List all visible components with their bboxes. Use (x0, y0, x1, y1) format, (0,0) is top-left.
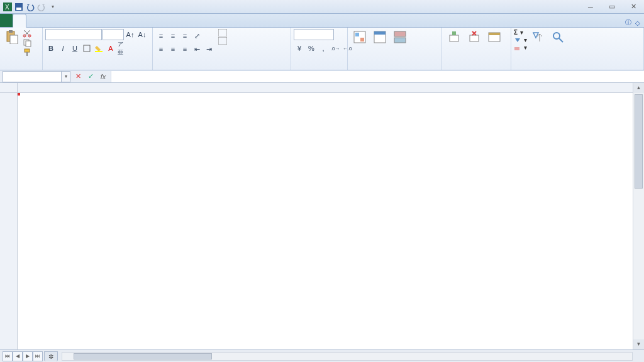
tab-page-layout[interactable] (39, 13, 52, 27)
italic-button[interactable]: I (57, 43, 69, 54)
align-top-icon[interactable]: ≡ (155, 30, 167, 41)
comma-icon[interactable]: , (318, 43, 329, 54)
format-cells-button[interactable] (485, 29, 504, 46)
horizontal-scrollbar[interactable] (62, 352, 633, 361)
cut-icon[interactable] (23, 29, 33, 38)
redo-icon[interactable] (36, 2, 47, 12)
tab-nav-next-icon[interactable]: ▶ (23, 351, 33, 361)
svg-rect-19 (360, 38, 364, 41)
font-size-combo[interactable] (103, 29, 124, 40)
svg-rect-14 (95, 51, 103, 52)
tab-nav-prev-icon[interactable]: ◀ (13, 351, 23, 361)
save-icon[interactable] (14, 2, 24, 12)
insert-cells-button[interactable] (445, 29, 464, 46)
ribbon-minimize-icon[interactable]: ⓘ (625, 18, 631, 27)
vertical-scrollbar[interactable]: ▲ ▼ (633, 83, 644, 349)
paste-button[interactable] (3, 29, 21, 46)
svg-rect-21 (374, 31, 386, 35)
find-select-button[interactable] (548, 29, 567, 46)
find-icon (551, 30, 565, 44)
svg-rect-29 (514, 47, 519, 50)
format-table-icon (373, 30, 387, 44)
new-sheet-button[interactable]: ✲ (44, 351, 58, 361)
fill-button[interactable]: ▾ (514, 36, 527, 43)
name-box[interactable] (3, 71, 62, 82)
tab-developer[interactable] (102, 13, 114, 27)
sort-filter-button[interactable] (528, 29, 547, 46)
align-bottom-icon[interactable]: ≡ (179, 30, 191, 41)
tab-view[interactable] (89, 13, 102, 27)
formula-input[interactable] (111, 71, 644, 82)
tab-formulas[interactable] (52, 13, 64, 27)
tab-review[interactable] (77, 13, 89, 27)
align-right-icon[interactable]: ≡ (179, 43, 191, 55)
bold-button[interactable]: B (45, 43, 57, 54)
font-name-combo[interactable] (45, 29, 102, 40)
tab-file[interactable] (0, 13, 13, 27)
percent-icon[interactable]: % (306, 43, 317, 54)
svg-rect-25 (452, 31, 456, 35)
clear-button[interactable]: ▾ (514, 44, 527, 51)
scroll-down-icon[interactable]: ▼ (633, 339, 644, 349)
svg-rect-10 (26, 41, 31, 47)
copy-icon[interactable] (23, 38, 33, 47)
align-middle-icon[interactable]: ≡ (167, 30, 179, 41)
number-format-combo[interactable] (294, 29, 334, 40)
maximize-button[interactable]: ▭ (604, 3, 620, 11)
phonetic-button[interactable]: ア亜 (117, 43, 128, 54)
svg-rect-28 (489, 33, 500, 35)
currency-icon[interactable]: ¥ (294, 43, 305, 54)
indent-increase-icon[interactable]: ⇥ (203, 43, 214, 55)
close-button[interactable]: ✕ (625, 3, 641, 11)
tab-home[interactable] (13, 14, 26, 28)
wrap-text-button[interactable] (218, 29, 228, 36)
name-box-dropdown-icon[interactable]: ▾ (62, 71, 70, 82)
cell-styles-button[interactable] (391, 29, 409, 46)
title-bar: X ▾ ─ ▭ ✕ (0, 0, 644, 14)
svg-rect-23 (394, 38, 406, 43)
tab-data[interactable] (64, 13, 77, 27)
formula-bar: ▾ ✕ ✓ fx (0, 70, 644, 83)
border-button[interactable] (81, 43, 92, 54)
enter-formula-icon[interactable]: ✓ (84, 71, 97, 82)
cancel-formula-icon[interactable]: ✕ (72, 71, 84, 82)
increase-decimal-icon[interactable]: .0→ (330, 43, 341, 54)
minimize-button[interactable]: ─ (582, 3, 599, 11)
sheet-tab-bar: ⏮ ◀ ▶ ⏭ ✲ (0, 349, 644, 362)
tab-loadtest[interactable] (114, 13, 127, 27)
tab-nav-first-icon[interactable]: ⏮ (3, 351, 13, 361)
font-color-button[interactable]: A (105, 43, 116, 54)
tab-nav-last-icon[interactable]: ⏭ (33, 351, 43, 361)
decrease-font-icon[interactable]: A↓ (136, 29, 148, 40)
group-editing: Σ ▾ ▾ ▾ (511, 28, 644, 70)
cell-grid[interactable] (18, 93, 633, 349)
svg-text:X: X (5, 4, 9, 11)
group-alignment: ≡ ≡ ≡ ⤢ ≡ ≡ ≡ ⇤ ⇥ (153, 28, 291, 70)
indent-decrease-icon[interactable]: ⇤ (191, 43, 203, 55)
group-font: A↑ A↓ B I U A ア亜 (43, 28, 153, 70)
fill-color-button[interactable] (93, 43, 104, 54)
align-left-icon[interactable]: ≡ (155, 43, 167, 55)
increase-font-icon[interactable]: A↑ (125, 29, 136, 40)
format-painter-icon[interactable] (23, 48, 33, 57)
align-center-icon[interactable]: ≡ (167, 43, 179, 55)
conditional-format-icon (353, 30, 367, 44)
excel-icon: X (3, 2, 13, 12)
row-headers (0, 93, 18, 349)
fx-icon[interactable]: fx (97, 71, 109, 82)
conditional-format-button[interactable] (350, 29, 369, 46)
format-table-button[interactable] (370, 29, 389, 46)
merge-center-button[interactable] (218, 37, 228, 45)
hscroll-thumb[interactable] (74, 353, 212, 359)
vscroll-thumb[interactable] (635, 94, 643, 189)
ribbon-help-icon[interactable]: ◇ (635, 19, 640, 26)
delete-cells-button[interactable] (465, 29, 484, 46)
orientation-icon[interactable]: ⤢ (191, 30, 203, 41)
autosum-button[interactable]: Σ ▾ (514, 29, 527, 36)
tab-insert[interactable] (26, 13, 39, 27)
select-all-corner[interactable] (0, 83, 18, 93)
undo-icon[interactable] (25, 2, 35, 12)
qat-dropdown-icon[interactable]: ▾ (48, 2, 58, 12)
underline-button[interactable]: U (69, 43, 80, 54)
scroll-up-icon[interactable]: ▲ (633, 83, 644, 93)
